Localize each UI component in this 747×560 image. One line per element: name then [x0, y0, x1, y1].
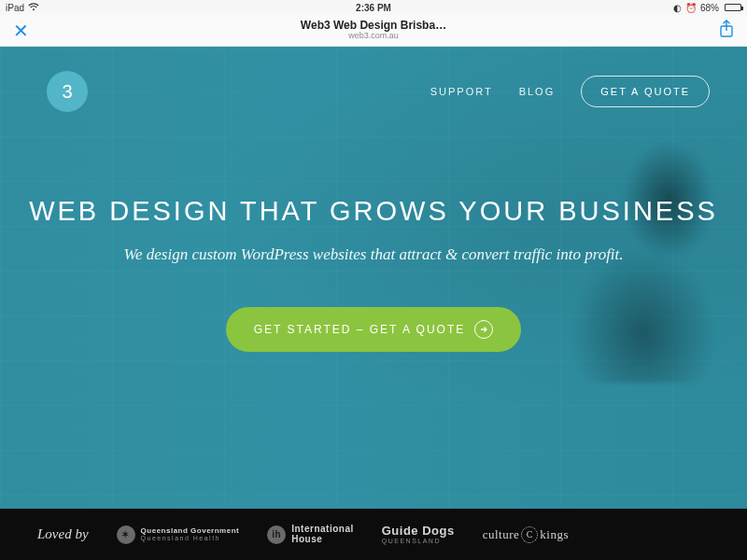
cta-button[interactable]: GET STARTED – GET A QUOTE — [226, 307, 522, 352]
client-international-house: ih International House — [267, 525, 354, 544]
close-icon[interactable]: ✕ — [13, 20, 29, 42]
ipad-status-bar: iPad 2:36 PM ◐ ⏰ 68% — [0, 0, 747, 15]
hero-section: 3 SUPPORT BLOG GET A QUOTE WEB DESIGN TH… — [0, 47, 747, 509]
clients-title: Loved by — [37, 526, 89, 542]
share-icon[interactable] — [719, 20, 734, 42]
cta-label: GET STARTED – GET A QUOTE — [254, 323, 466, 336]
battery-percent: 68% — [700, 3, 719, 13]
device-label: iPad — [6, 3, 24, 13]
browser-chrome: ✕ Web3 Web Design Brisba… web3.com.au — [0, 15, 747, 47]
alarm-icon: ⏰ — [685, 3, 697, 13]
page-url: web3.com.au — [301, 32, 446, 41]
client-culture-kings: culture C kings — [483, 526, 569, 543]
wifi-icon — [28, 3, 39, 13]
crown-icon: C — [521, 526, 538, 543]
clients-band: Loved by ✶ Queensland Government Queensl… — [0, 509, 747, 560]
ih-mark-icon: ih — [267, 525, 286, 544]
arrow-right-icon — [474, 320, 493, 339]
status-time: 2:36 PM — [146, 3, 601, 13]
hero-subheadline: We design custom WordPress websites that… — [28, 245, 719, 264]
dnd-icon: ◐ — [673, 3, 682, 13]
battery-icon — [723, 4, 741, 11]
hero-headline: WEB DESIGN THAT GROWS YOUR BUSINESS — [28, 196, 719, 227]
queensland-crest-icon: ✶ — [117, 525, 135, 544]
client-guide-dogs: Guide Dogs QUEENSLAND — [382, 525, 455, 544]
client-queensland-health: ✶ Queensland Government Queensland Healt… — [117, 525, 240, 544]
